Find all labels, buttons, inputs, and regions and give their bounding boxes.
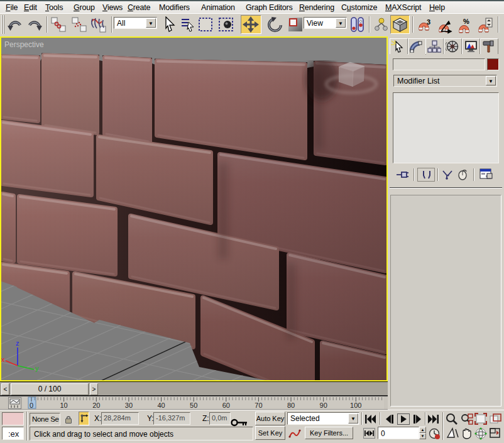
svg-text:80: 80 xyxy=(287,402,295,409)
svg-text:%: % xyxy=(463,18,469,25)
svg-text:60: 60 xyxy=(222,402,230,409)
svg-text:y: y xyxy=(35,364,39,372)
svg-text:30: 30 xyxy=(125,402,133,409)
svg-text:3: 3 xyxy=(427,19,430,26)
svg-text:70: 70 xyxy=(255,402,262,409)
svg-text:Perspective: Perspective xyxy=(4,40,44,49)
svg-text:20: 20 xyxy=(92,402,100,409)
svg-text:x: x xyxy=(1,356,5,363)
svg-text:10: 10 xyxy=(60,402,67,409)
svg-text:100: 100 xyxy=(350,402,361,409)
svg-text:90: 90 xyxy=(320,402,327,409)
svg-text:50: 50 xyxy=(190,402,197,409)
svg-text:40: 40 xyxy=(157,402,165,409)
svg-text:z: z xyxy=(16,339,19,347)
svg-text:0: 0 xyxy=(30,402,33,409)
